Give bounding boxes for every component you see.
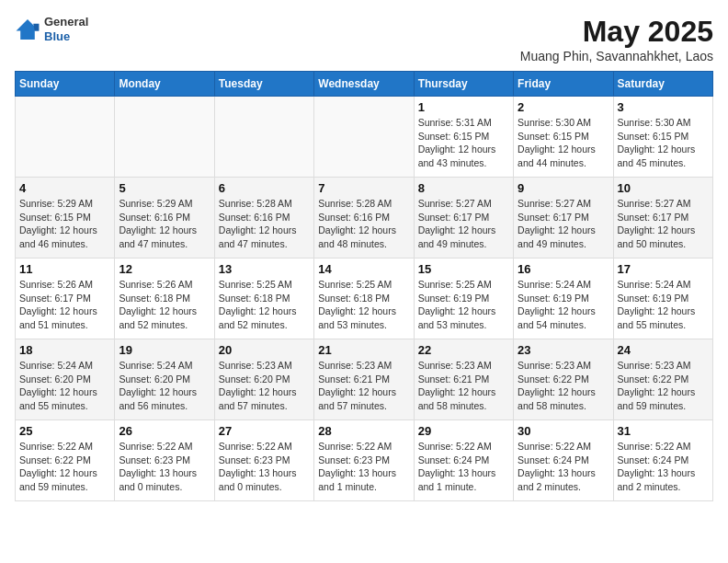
calendar-cell [214, 97, 313, 178]
calendar-cell: 14Sunrise: 5:25 AM Sunset: 6:18 PM Dayli… [314, 259, 414, 339]
day-number: 29 [418, 424, 509, 438]
calendar-cell: 27Sunrise: 5:22 AM Sunset: 6:23 PM Dayli… [214, 420, 313, 501]
day-number: 26 [119, 424, 210, 438]
calendar-cell: 28Sunrise: 5:22 AM Sunset: 6:23 PM Dayli… [314, 420, 414, 501]
day-number: 20 [219, 343, 310, 357]
day-number: 28 [318, 424, 409, 438]
calendar-cell: 18Sunrise: 5:24 AM Sunset: 6:20 PM Dayli… [16, 339, 115, 420]
page-header: General Blue May 2025 Muang Phin, Savann… [15, 15, 713, 63]
day-info: Sunrise: 5:25 AM Sunset: 6:18 PM Dayligh… [219, 278, 310, 332]
day-number: 1 [418, 100, 509, 114]
calendar-cell: 20Sunrise: 5:23 AM Sunset: 6:20 PM Dayli… [214, 339, 313, 420]
calendar-cell: 6Sunrise: 5:28 AM Sunset: 6:16 PM Daylig… [214, 178, 313, 259]
header-day: Saturday [613, 72, 712, 97]
day-number: 21 [318, 343, 409, 357]
day-info: Sunrise: 5:22 AM Sunset: 6:22 PM Dayligh… [19, 440, 110, 494]
day-info: Sunrise: 5:27 AM Sunset: 6:17 PM Dayligh… [418, 197, 509, 251]
day-number: 23 [518, 343, 609, 357]
day-info: Sunrise: 5:30 AM Sunset: 6:15 PM Dayligh… [618, 116, 709, 170]
day-number: 18 [19, 343, 110, 357]
calendar-body: 1Sunrise: 5:31 AM Sunset: 6:15 PM Daylig… [16, 97, 713, 501]
calendar-cell: 5Sunrise: 5:29 AM Sunset: 6:16 PM Daylig… [115, 178, 214, 259]
calendar-cell: 24Sunrise: 5:23 AM Sunset: 6:22 PM Dayli… [613, 339, 712, 420]
week-row: 18Sunrise: 5:24 AM Sunset: 6:20 PM Dayli… [16, 339, 713, 420]
header-day: Thursday [414, 72, 513, 97]
day-info: Sunrise: 5:27 AM Sunset: 6:17 PM Dayligh… [518, 197, 609, 251]
day-info: Sunrise: 5:26 AM Sunset: 6:18 PM Dayligh… [119, 278, 210, 332]
title-block: May 2025 Muang Phin, Savannahkhet, Laos [520, 15, 713, 63]
logo: General Blue [15, 15, 88, 43]
calendar-cell [115, 97, 214, 178]
day-number: 4 [19, 181, 110, 195]
calendar-cell: 30Sunrise: 5:22 AM Sunset: 6:24 PM Dayli… [514, 420, 613, 501]
day-info: Sunrise: 5:30 AM Sunset: 6:15 PM Dayligh… [518, 116, 609, 170]
day-info: Sunrise: 5:29 AM Sunset: 6:16 PM Dayligh… [119, 197, 210, 251]
week-row: 11Sunrise: 5:26 AM Sunset: 6:17 PM Dayli… [16, 259, 713, 339]
calendar-cell: 9Sunrise: 5:27 AM Sunset: 6:17 PM Daylig… [514, 178, 613, 259]
day-info: Sunrise: 5:28 AM Sunset: 6:16 PM Dayligh… [318, 197, 409, 251]
day-info: Sunrise: 5:22 AM Sunset: 6:24 PM Dayligh… [618, 440, 709, 494]
calendar-cell [314, 97, 414, 178]
day-info: Sunrise: 5:28 AM Sunset: 6:16 PM Dayligh… [219, 197, 310, 251]
day-number: 3 [618, 100, 709, 114]
day-info: Sunrise: 5:23 AM Sunset: 6:22 PM Dayligh… [518, 359, 609, 413]
day-info: Sunrise: 5:24 AM Sunset: 6:20 PM Dayligh… [19, 359, 110, 413]
logo-text: General Blue [44, 15, 88, 43]
day-number: 5 [119, 181, 210, 195]
header-day: Sunday [16, 72, 115, 97]
calendar-cell: 4Sunrise: 5:29 AM Sunset: 6:15 PM Daylig… [16, 178, 115, 259]
header-day: Wednesday [314, 72, 414, 97]
header-row: SundayMondayTuesdayWednesdayThursdayFrid… [16, 72, 713, 97]
day-number: 30 [518, 424, 609, 438]
calendar-title: May 2025 [520, 15, 713, 49]
day-number: 14 [318, 262, 409, 276]
day-number: 6 [219, 181, 310, 195]
calendar-cell: 26Sunrise: 5:22 AM Sunset: 6:23 PM Dayli… [115, 420, 214, 501]
day-info: Sunrise: 5:24 AM Sunset: 6:19 PM Dayligh… [518, 278, 609, 332]
day-info: Sunrise: 5:29 AM Sunset: 6:15 PM Dayligh… [19, 197, 110, 251]
day-number: 16 [518, 262, 609, 276]
calendar-cell: 7Sunrise: 5:28 AM Sunset: 6:16 PM Daylig… [314, 178, 414, 259]
day-info: Sunrise: 5:23 AM Sunset: 6:22 PM Dayligh… [618, 359, 709, 413]
calendar-cell: 19Sunrise: 5:24 AM Sunset: 6:20 PM Dayli… [115, 339, 214, 420]
day-number: 15 [418, 262, 509, 276]
day-info: Sunrise: 5:31 AM Sunset: 6:15 PM Dayligh… [418, 116, 509, 170]
day-number: 9 [518, 181, 609, 195]
day-info: Sunrise: 5:22 AM Sunset: 6:23 PM Dayligh… [318, 440, 409, 494]
calendar-cell: 21Sunrise: 5:23 AM Sunset: 6:21 PM Dayli… [314, 339, 414, 420]
day-info: Sunrise: 5:23 AM Sunset: 6:20 PM Dayligh… [219, 359, 310, 413]
day-number: 19 [119, 343, 210, 357]
week-row: 4Sunrise: 5:29 AM Sunset: 6:15 PM Daylig… [16, 178, 713, 259]
calendar-cell: 22Sunrise: 5:23 AM Sunset: 6:21 PM Dayli… [414, 339, 513, 420]
day-number: 8 [418, 181, 509, 195]
calendar-cell: 10Sunrise: 5:27 AM Sunset: 6:17 PM Dayli… [613, 178, 712, 259]
calendar-cell: 2Sunrise: 5:30 AM Sunset: 6:15 PM Daylig… [514, 97, 613, 178]
day-number: 22 [418, 343, 509, 357]
day-number: 25 [19, 424, 110, 438]
day-info: Sunrise: 5:22 AM Sunset: 6:24 PM Dayligh… [518, 440, 609, 494]
logo-blue: Blue [44, 29, 88, 44]
calendar-cell: 31Sunrise: 5:22 AM Sunset: 6:24 PM Dayli… [613, 420, 712, 501]
week-row: 1Sunrise: 5:31 AM Sunset: 6:15 PM Daylig… [16, 97, 713, 178]
calendar-subtitle: Muang Phin, Savannahkhet, Laos [520, 49, 713, 63]
day-info: Sunrise: 5:22 AM Sunset: 6:24 PM Dayligh… [418, 440, 509, 494]
calendar-cell: 12Sunrise: 5:26 AM Sunset: 6:18 PM Dayli… [115, 259, 214, 339]
logo-general: General [44, 15, 88, 29]
day-info: Sunrise: 5:22 AM Sunset: 6:23 PM Dayligh… [219, 440, 310, 494]
calendar-cell: 29Sunrise: 5:22 AM Sunset: 6:24 PM Dayli… [414, 420, 513, 501]
logo-icon [15, 17, 40, 42]
calendar-cell: 25Sunrise: 5:22 AM Sunset: 6:22 PM Dayli… [16, 420, 115, 501]
header-day: Tuesday [214, 72, 313, 97]
calendar-cell: 16Sunrise: 5:24 AM Sunset: 6:19 PM Dayli… [514, 259, 613, 339]
calendar-cell: 3Sunrise: 5:30 AM Sunset: 6:15 PM Daylig… [613, 97, 712, 178]
day-number: 24 [618, 343, 709, 357]
day-info: Sunrise: 5:23 AM Sunset: 6:21 PM Dayligh… [318, 359, 409, 413]
day-info: Sunrise: 5:24 AM Sunset: 6:20 PM Dayligh… [119, 359, 210, 413]
day-info: Sunrise: 5:27 AM Sunset: 6:17 PM Dayligh… [618, 197, 709, 251]
calendar-cell: 11Sunrise: 5:26 AM Sunset: 6:17 PM Dayli… [16, 259, 115, 339]
day-info: Sunrise: 5:25 AM Sunset: 6:19 PM Dayligh… [418, 278, 509, 332]
day-info: Sunrise: 5:23 AM Sunset: 6:21 PM Dayligh… [418, 359, 509, 413]
day-number: 17 [618, 262, 709, 276]
day-number: 11 [19, 262, 110, 276]
day-number: 31 [618, 424, 709, 438]
